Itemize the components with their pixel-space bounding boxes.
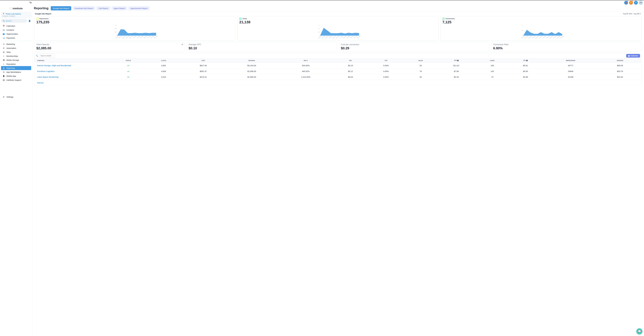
col-campaign[interactable]: CAMPAIGN: [34, 58, 110, 63]
gear-icon[interactable]: ⚙: [182, 44, 183, 46]
cell-average: $33.76: [599, 68, 641, 74]
col-cost[interactable]: COST: [181, 58, 226, 63]
conversions-icon: [442, 18, 445, 20]
svg-text:100k: 100k: [115, 28, 117, 29]
nav-label: Media Storage: [6, 59, 19, 61]
svg-text:Mar 2021: Mar 2021: [325, 36, 329, 39]
svg-text:Jul 2021: Jul 2021: [542, 36, 546, 38]
sidebar-item-marketing[interactable]: ✉Marketing: [1, 42, 31, 46]
user-avatar[interactable]: GB: [639, 1, 643, 5]
cell-status: (●): [110, 74, 146, 80]
hamburger-icon[interactable]: [29, 2, 32, 4]
sidebar-item-media-storage[interactable]: 🖼Media Storage: [1, 58, 31, 62]
sidebar-item-calendars[interactable]: 📅Calendars: [1, 24, 31, 28]
nav-label: Calendars: [6, 25, 15, 27]
date-range[interactable]: Aug 5th 2024 - Aug 20th 2: [623, 13, 641, 15]
cell-impressions: [542, 80, 599, 86]
col-revenue[interactable]: REVENUE: [226, 58, 278, 63]
col-sales[interactable]: SALES: [404, 58, 437, 63]
cell-campaign[interactable]: Furniture Logistics: [34, 68, 110, 74]
col-status[interactable]: STATUS: [110, 58, 146, 63]
svg-text:Nov 2021: Nov 2021: [556, 36, 560, 39]
col-impressions[interactable]: IMPRESSIONS: [542, 58, 599, 63]
table-row[interactable]: Lawn Space Gardening(●)5,010$210.41$2,98…: [34, 74, 642, 80]
svg-text:Dec 2021: Dec 2021: [154, 36, 158, 39]
tab-call-report[interactable]: Call Report: [96, 6, 110, 10]
card-chart: 02.5k5k7.5kJan 2021Feb 2021Mar 2021Apr 2…: [239, 25, 436, 40]
sidebar-item-intellisite-support[interactable]: 🎧Intellisite Support: [1, 78, 31, 82]
sidebar-item-reporting[interactable]: ▮Reporting: [1, 66, 31, 70]
col-clicks[interactable]: CLICKS: [146, 58, 181, 63]
sidebar-item-payments[interactable]: 📊Payments: [1, 36, 31, 40]
cell-campaign[interactable]: Interior Design: High-end Residential: [34, 63, 110, 68]
tab-google-ads-report[interactable]: Google Ads Report: [51, 6, 71, 10]
svg-text:Dec 2021: Dec 2021: [560, 36, 564, 39]
col-roi-%[interactable]: ROI %: [278, 58, 334, 63]
search-input[interactable]: [6, 20, 26, 22]
table-row[interactable]: Interior: [34, 80, 642, 86]
table-search-input[interactable]: [39, 54, 54, 58]
sidebar-item-contacts[interactable]: 📇Contacts: [1, 28, 31, 32]
notifications-button[interactable]: 🔔: [629, 1, 633, 5]
svg-text:Oct 2021: Oct 2021: [350, 36, 354, 38]
stat-average-cpc: Average CPC $0.10: [187, 42, 337, 52]
chat-bubble[interactable]: 💬: [636, 328, 642, 334]
cell-clicks: 5,010: [146, 74, 181, 80]
card-label: Clicks: [242, 18, 247, 20]
stat-value: $0.10: [188, 46, 335, 50]
svg-text:Jun 2021: Jun 2021: [133, 36, 137, 39]
table-row[interactable]: Furniture Logistics(●)4,833$581.97$2,566…: [34, 68, 642, 74]
cell-status: (●): [110, 68, 146, 74]
campaigns-table: CAMPAIGNSTATUSCLICKSCOSTREVENUEROI %CPCC…: [34, 58, 642, 86]
cell-impressions: 29646: [542, 68, 599, 74]
tab-facebook-ads-report[interactable]: Facebook Ads Report: [72, 6, 95, 10]
svg-text:2.5k: 2.5k: [318, 32, 320, 33]
sidebar-item-opportunities[interactable]: 👥Opportunities: [1, 32, 31, 36]
tab-agent-report[interactable]: Agent Report: [112, 6, 127, 10]
col-ctr[interactable]: CTR: [368, 58, 404, 63]
svg-text:Sep 2021: Sep 2021: [549, 36, 553, 39]
cell-cpc: [334, 80, 368, 86]
nav-icon: 🎧: [2, 79, 5, 81]
svg-text:Feb 2021: Feb 2021: [322, 36, 326, 39]
nav-icon: 🖼: [2, 59, 5, 61]
svg-text:Nov 2021: Nov 2021: [354, 36, 358, 39]
cell-average: [599, 80, 641, 86]
svg-text:Jul 2021: Jul 2021: [136, 36, 140, 38]
cell-cps: $11.61: [437, 63, 476, 68]
nav-label: Opportunities: [6, 33, 18, 35]
cell-revenue: [226, 80, 278, 86]
search-box[interactable]: 🔍: [1, 19, 27, 23]
cell-campaign[interactable]: Interior: [34, 80, 110, 86]
cell-sales: 76: [404, 68, 437, 74]
announce-button[interactable]: 📣: [624, 1, 628, 5]
sidebar-item-automation[interactable]: ⚙Automation: [1, 46, 31, 50]
nav-icon: 👥: [2, 33, 5, 35]
tab-appointment-report[interactable]: Appointment Report: [128, 6, 150, 10]
columns-button[interactable]: ▦ Columns: [626, 54, 640, 58]
sidebar-item-memberships[interactable]: ⍟Memberships: [1, 54, 31, 58]
sidebar-item-reputation[interactable]: ☺Reputation: [1, 62, 31, 66]
account-selector[interactable]: 📍 Prime Law Advice Bangkok, Bangkok: [1, 12, 31, 18]
cell-impressions: 32188: [542, 74, 599, 80]
cell-cost: $210.41: [181, 74, 226, 80]
sidebar-item-app-marketplace[interactable]: 🛍App Marketplace: [1, 70, 31, 74]
col-cpl[interactable]: CPLi: [508, 58, 542, 63]
col-cps[interactable]: CPSi: [437, 58, 476, 63]
person-icon[interactable]: 👤: [28, 19, 31, 22]
col-leads[interactable]: LEADS: [476, 58, 508, 63]
cell-average: $32.04: [599, 74, 641, 80]
help-button[interactable]: ?: [634, 1, 638, 5]
sidebar-item-sites[interactable]: ▤Sites: [1, 50, 31, 54]
nav-label: Mobile App: [6, 75, 16, 77]
col-average[interactable]: AVERAGE: [599, 58, 641, 63]
cell-campaign[interactable]: Lawn Space Gardening: [34, 74, 110, 80]
sidebar-item-mobile-app[interactable]: 📱Mobile App: [1, 74, 31, 78]
svg-text:Sep 2021: Sep 2021: [346, 36, 350, 39]
cell-average: $58.59: [599, 63, 641, 68]
nav-label: App Marketplace: [6, 71, 21, 73]
stat-cost-per-conversion: Cost per conversion $0.29: [339, 42, 489, 52]
table-row[interactable]: Interior Design: High-end Residential(●)…: [34, 63, 642, 68]
sidebar-item-settings[interactable]: ⚙Settings: [1, 95, 31, 99]
col-cpc[interactable]: CPC: [334, 58, 368, 63]
